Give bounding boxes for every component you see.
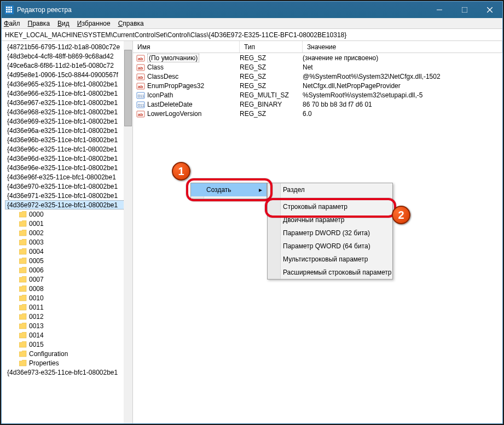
svg-rect-6 xyxy=(10,9,12,10)
value-type: REG_SZ xyxy=(240,63,303,71)
value-row[interactable]: abClassDescREG_SZ@%SystemRoot%\System32\… xyxy=(133,72,502,81)
value-row[interactable]: abClassREG_SZNet xyxy=(133,62,502,72)
ctx-sub-key[interactable]: Раздел xyxy=(268,183,392,196)
scroll-thumb[interactable] xyxy=(124,50,132,126)
tree-item[interactable]: {4d36e965-e325-11ce-bfc1-08002be1 xyxy=(5,79,132,89)
value-name: EnumPropPages32 xyxy=(147,82,204,90)
tree-subkey[interactable]: 0000 xyxy=(17,209,132,219)
menu-help[interactable]: Справка xyxy=(118,20,144,27)
value-name: LastDeleteDate xyxy=(147,101,193,108)
tree-subkey[interactable]: 0006 xyxy=(17,265,132,275)
tree-subkey[interactable]: 0011 xyxy=(17,302,132,312)
ctx-sub-string[interactable]: Строковый параметр xyxy=(268,200,392,213)
tree-item[interactable]: {4d36e973-e325-11ce-bfc1-08002be1 xyxy=(5,368,132,377)
tree-subkey[interactable]: 0002 xyxy=(17,228,132,237)
svg-rect-8 xyxy=(8,11,10,13)
tree-item[interactable]: {4d36e96e-e325-11ce-bfc1-08002be1 xyxy=(5,163,132,172)
value-name: Class xyxy=(147,63,164,71)
menu-edit[interactable]: Правка xyxy=(28,20,50,27)
value-row[interactable]: abLowerLogoVersionREG_SZ6.0 xyxy=(133,109,502,118)
tree-subkey[interactable]: 0010 xyxy=(17,293,132,302)
value-row[interactable]: abEnumPropPages32REG_SZNetCfgx.dll,NetPr… xyxy=(133,81,502,90)
menu-favorites[interactable]: Избранное xyxy=(77,20,111,27)
menu-file[interactable]: Файл xyxy=(4,20,20,27)
folder-icon xyxy=(19,313,27,320)
tree-item[interactable]: {4d36e96c-e325-11ce-bfc1-08002be1 xyxy=(5,144,132,154)
ctx-sub-binary[interactable]: Двоичный параметр xyxy=(268,213,392,226)
tree-item[interactable]: {49ce6ac8-6f86-11d2-b1e5-0080c72 xyxy=(5,61,132,70)
value-data: 86 70 bb b8 3d f7 d6 01 xyxy=(303,101,502,108)
tree-item[interactable]: {4d36e96b-e325-11ce-bfc1-08002be1 xyxy=(5,135,132,144)
tree-item[interactable]: {48721b56-6795-11d2-b1a8-0080c72e xyxy=(5,42,132,51)
value-icon: ab xyxy=(136,109,145,118)
tree-subkey[interactable]: 0004 xyxy=(17,247,132,256)
svg-text:011: 011 xyxy=(138,94,144,98)
ctx-sub-multistring[interactable]: Мультистроковый параметр xyxy=(268,253,392,266)
ctx-sub-qword[interactable]: Параметр QWORD (64 бита) xyxy=(268,240,392,253)
value-type: REG_BINARY xyxy=(240,101,303,108)
tree-item[interactable]: {4d95e8e1-0906-15c0-8844-0900567f xyxy=(5,70,132,79)
col-header-name[interactable]: Имя xyxy=(133,41,240,53)
tree-item[interactable]: {4d36e96f-e325-11ce-bfc1-08002be1 xyxy=(5,172,132,182)
value-type: REG_SZ xyxy=(240,110,303,118)
folder-icon xyxy=(19,267,27,273)
value-icon: ab xyxy=(136,63,145,72)
context-menu[interactable]: Создать ▸ xyxy=(190,183,267,199)
col-header-type[interactable]: Тип xyxy=(240,41,303,53)
tree-scrollbar[interactable] xyxy=(124,41,132,423)
tree-subkey[interactable]: 0012 xyxy=(17,312,132,321)
folder-icon xyxy=(19,220,27,227)
value-name: (По умолчанию) xyxy=(147,54,199,62)
close-button[interactable] xyxy=(477,2,502,18)
tree-item-selected[interactable]: {4d36e972-e325-11ce-bfc1-08002be1 xyxy=(5,200,132,209)
tree-subkey[interactable]: 0013 xyxy=(17,321,132,330)
maximize-button[interactable] xyxy=(452,2,477,18)
menu-view[interactable]: Вид xyxy=(57,20,69,27)
address-bar[interactable]: HKEY_LOCAL_MACHINE\SYSTEM\CurrentControl… xyxy=(2,29,502,41)
folder-icon xyxy=(19,276,27,283)
tree-panel[interactable]: {48721b56-6795-11d2-b1a8-0080c72e{48d3eb… xyxy=(2,41,133,423)
tree-subkey[interactable]: 0001 xyxy=(17,219,132,228)
tree-subkey[interactable]: 0007 xyxy=(17,275,132,284)
tree-item[interactable]: {4d36e967-e325-11ce-bfc1-08002be1 xyxy=(5,98,132,107)
tree-item[interactable]: {48d3ebc4-4cf8-48ff-b869-9c68ad42 xyxy=(5,51,132,61)
folder-icon xyxy=(19,323,27,329)
tree-item[interactable]: {4d36e96d-e325-11ce-bfc1-08002be1 xyxy=(5,154,132,163)
tree-item[interactable]: {4d36e966-e325-11ce-bfc1-08002be1 xyxy=(5,89,132,98)
ctx-sub-dword[interactable]: Параметр DWORD (32 бита) xyxy=(268,226,392,240)
tree-item[interactable]: {4d36e970-e325-11ce-bfc1-08002be1 xyxy=(5,182,132,191)
menubar: Файл Правка Вид Избранное Справка xyxy=(2,18,502,29)
tree-item[interactable]: {4d36e971-e325-11ce-bfc1-08002be1 xyxy=(5,191,132,200)
ctx-item-create[interactable]: Создать ▸ xyxy=(191,183,267,196)
context-submenu[interactable]: Раздел Строковый параметр Двоичный парам… xyxy=(267,183,393,280)
col-header-value[interactable]: Значение xyxy=(303,41,502,53)
value-name: IconPath xyxy=(147,91,173,99)
minimize-button[interactable] xyxy=(427,2,452,18)
svg-rect-3 xyxy=(10,7,12,8)
tree-subkey[interactable]: 0005 xyxy=(17,256,132,265)
value-row[interactable]: 011IconPathREG_MULTI_SZ%SystemRoot%\syst… xyxy=(133,90,502,100)
tree-subkey[interactable]: 0008 xyxy=(17,284,132,293)
tree-subkey[interactable]: 0014 xyxy=(17,330,132,340)
svg-text:ab: ab xyxy=(138,66,143,71)
ctx-sub-expandstring[interactable]: Расширяемый строковый параметр xyxy=(268,266,392,279)
value-icon: ab xyxy=(136,72,145,81)
tree-subkey[interactable]: Configuration xyxy=(17,349,132,358)
folder-icon xyxy=(19,295,27,301)
value-row[interactable]: ab(По умолчанию)REG_SZ(значение не присв… xyxy=(133,53,502,62)
tree-item[interactable]: {4d36e968-e325-11ce-bfc1-08002be1 xyxy=(5,107,132,117)
tree-subkey[interactable]: 0003 xyxy=(17,237,132,247)
tree-subkey[interactable]: Properties xyxy=(17,358,132,368)
badge-2: 2 xyxy=(392,206,410,224)
tree-item[interactable]: {4d36e969-e325-11ce-bfc1-08002be1 xyxy=(5,117,132,126)
value-data: (значение не присвоено) xyxy=(303,54,502,62)
value-data: Net xyxy=(303,63,502,71)
value-data: @%SystemRoot%\System32\NetCfgx.dll,-1502 xyxy=(303,73,502,80)
tree-item[interactable]: {4d36e96a-e325-11ce-bfc1-08002be1 xyxy=(5,126,132,135)
svg-rect-4 xyxy=(6,9,8,10)
tree-subkey[interactable]: 0015 xyxy=(17,340,132,349)
value-type: REG_SZ xyxy=(240,82,303,90)
svg-rect-2 xyxy=(8,7,10,8)
ctx-item-create-label: Создать xyxy=(206,186,231,194)
value-row[interactable]: 011LastDeleteDateREG_BINARY86 70 bb b8 3… xyxy=(133,100,502,109)
